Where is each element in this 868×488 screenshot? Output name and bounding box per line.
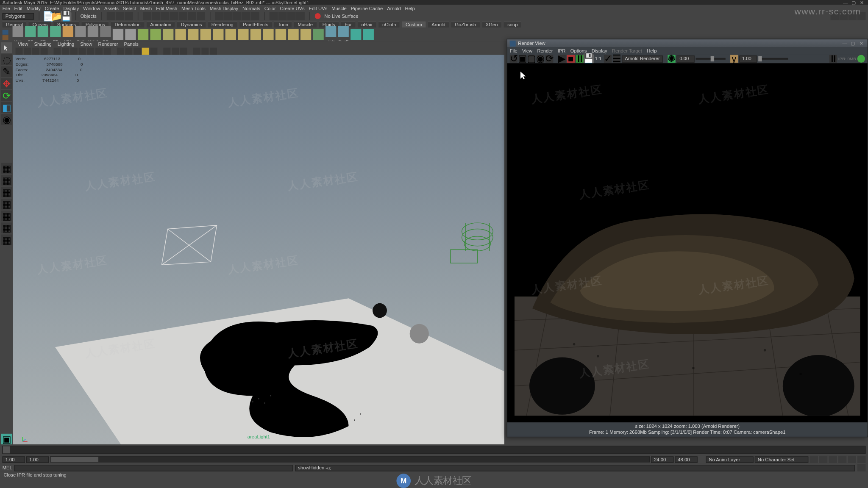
vp-menu-panels[interactable]: Panels: [124, 42, 139, 47]
render-output[interactable]: 人人素材社区 人人素材社区 人人素材社区 人人素材社区 人人素材社区 人人素材社…: [507, 63, 868, 422]
rw-menu-ipr[interactable]: IPR: [558, 48, 566, 53]
shelf-btn-cp[interactable]: [38, 26, 48, 36]
shelf-btn-13[interactable]: [163, 29, 173, 40]
vp-film-gate-icon[interactable]: [62, 47, 69, 55]
vp-gamma-icon[interactable]: [201, 47, 209, 55]
snap-curve-icon[interactable]: [152, 12, 161, 20]
rotate-tool[interactable]: ⟳: [1, 90, 12, 101]
rw-exposure-field[interactable]: [676, 55, 694, 62]
snap-live-icon[interactable]: [179, 12, 187, 20]
rw-pause-ipr-icon[interactable]: ⏸: [829, 55, 837, 63]
shelf-btn-9[interactable]: [113, 29, 123, 40]
shelf-btn-17[interactable]: [213, 29, 223, 40]
vp-safe-action-icon[interactable]: [95, 47, 103, 55]
range-end-field[interactable]: [651, 456, 673, 463]
select-tool[interactable]: [1, 42, 12, 53]
rw-menu-view[interactable]: View: [522, 48, 532, 53]
vp-wireframe-icon[interactable]: [117, 47, 124, 55]
shelf-btn-21[interactable]: [263, 29, 273, 40]
scale-tool[interactable]: ◧: [1, 102, 12, 113]
go-end-button[interactable]: [857, 456, 866, 463]
vp-bookmark-icon[interactable]: [32, 47, 39, 55]
rw-stop-icon[interactable]: ■: [567, 55, 575, 63]
layout-script[interactable]: ▦: [1, 234, 12, 245]
snap-view-icon[interactable]: [188, 12, 196, 20]
layout-four[interactable]: ▦: [1, 175, 12, 186]
menu-help[interactable]: Help: [405, 6, 415, 11]
menu-color[interactable]: Color: [264, 6, 276, 11]
vp-image-plane-icon[interactable]: [41, 47, 48, 55]
vp-camera-attr-icon[interactable]: [24, 47, 31, 55]
outliner-icon[interactable]: [278, 12, 287, 20]
shelf-btn-15[interactable]: [188, 29, 198, 40]
current-time-field[interactable]: [26, 456, 49, 463]
shelf-btn-22[interactable]: [275, 29, 286, 40]
vp-shaded-icon[interactable]: [125, 47, 132, 55]
lasso-tool[interactable]: ◌: [1, 54, 12, 65]
snap-toggle-icon[interactable]: [197, 12, 205, 20]
step-fwd-button[interactable]: [848, 456, 856, 463]
lasso-tool-icon[interactable]: [116, 12, 124, 20]
shelf-switch-2[interactable]: [3, 35, 8, 39]
range-start-field[interactable]: [3, 456, 25, 463]
vp-menu-renderer[interactable]: Renderer: [98, 42, 118, 47]
range-slider[interactable]: [50, 456, 650, 462]
quick-layout-icon[interactable]: ▣: [1, 434, 12, 444]
rw-menu-display[interactable]: Display: [592, 48, 607, 53]
play-back-button[interactable]: [829, 456, 837, 463]
menu-pipeline-cache[interactable]: Pipeline Cache: [351, 6, 383, 11]
shelf-btn-hist[interactable]: [13, 26, 23, 36]
shelf-tab-dynamics[interactable]: Dynamics: [177, 21, 205, 27]
construction-icon[interactable]: [224, 12, 233, 20]
play-fwd-button[interactable]: [838, 456, 847, 463]
rw-redo-render-icon[interactable]: ↺: [510, 55, 517, 63]
last-tool[interactable]: ◉: [1, 114, 12, 125]
move-tool[interactable]: ✥: [1, 78, 12, 89]
menu-mesh-display[interactable]: Mesh Display: [210, 6, 239, 11]
shelf-btn-19[interactable]: [238, 29, 248, 40]
shelf-btn-20[interactable]: [250, 29, 261, 40]
snap-grid-icon[interactable]: [143, 12, 152, 20]
layout-persp[interactable]: ▦: [1, 187, 12, 197]
shelf-btn-outl[interactable]: [75, 26, 86, 36]
rw-gamma-icon[interactable]: γ: [730, 55, 738, 63]
layout-hyper[interactable]: ▦: [1, 222, 12, 233]
range-total-field[interactable]: [675, 456, 697, 463]
menu-mesh[interactable]: Mesh: [140, 6, 152, 11]
shelf-tab-gozbrush[interactable]: GoZbrush: [451, 21, 480, 27]
cmd-mode-label[interactable]: MEL: [3, 465, 12, 471]
shelf-btn-unin[interactable]: [326, 26, 336, 36]
rw-gamma-field[interactable]: [739, 55, 757, 62]
vp-view-transform-icon[interactable]: [210, 47, 217, 55]
shelf-tab-soup[interactable]: soup: [504, 21, 521, 27]
script-editor-button[interactable]: [857, 464, 866, 471]
menu-create-uvs[interactable]: Create UVs: [280, 6, 305, 11]
layout-single[interactable]: ▦: [1, 163, 12, 173]
rw-remove-image-icon[interactable]: ☰: [613, 55, 620, 63]
rw-close-button[interactable]: ✕: [858, 41, 865, 45]
menu-mesh-tools[interactable]: Mesh Tools: [181, 6, 206, 11]
character-set-select[interactable]: No Character Set: [755, 456, 809, 463]
rw-minimize-button[interactable]: —: [841, 41, 849, 45]
rw-refresh-icon[interactable]: ⟳: [545, 55, 553, 63]
vp-xray-joints-icon[interactable]: [180, 47, 187, 55]
vp-lights-icon[interactable]: [142, 47, 149, 55]
snap-plane-icon[interactable]: [170, 12, 178, 20]
rw-maximize-button[interactable]: ▢: [849, 41, 857, 45]
rw-menu-render[interactable]: Render: [537, 48, 553, 53]
command-input[interactable]: [14, 464, 292, 471]
vp-camera-select-icon[interactable]: [16, 47, 23, 55]
mode-select[interactable]: Polygons: [3, 13, 34, 19]
vp-menu-lighting[interactable]: Lighting: [58, 42, 74, 47]
shelf-tab-ncloth[interactable]: nCloth: [379, 21, 400, 27]
shelf-btn-10[interactable]: [125, 29, 136, 40]
shelf-tab-xgen[interactable]: XGen: [482, 21, 501, 27]
vp-field-chart-icon[interactable]: [87, 47, 94, 55]
vp-isolate-icon[interactable]: [163, 47, 170, 55]
shelf-btn-re[interactable]: [100, 26, 111, 36]
minimize-button[interactable]: —: [842, 0, 849, 5]
shelf-btn-18[interactable]: [225, 29, 236, 40]
shelf-tab-custom[interactable]: Custom: [402, 21, 426, 27]
menu-edit[interactable]: Edit: [14, 6, 22, 11]
rw-exposure-icon[interactable]: ✺: [668, 55, 675, 63]
